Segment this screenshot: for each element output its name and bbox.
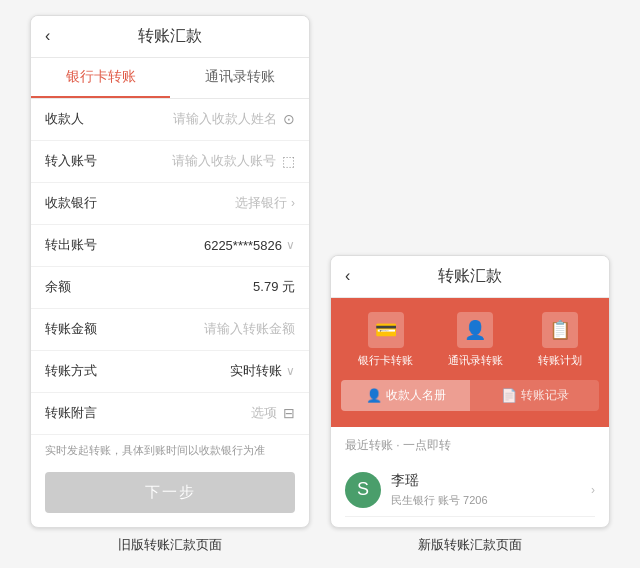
tab-bank-transfer[interactable]: 银行卡转账	[31, 58, 170, 98]
label-payee: 收款人	[45, 110, 113, 128]
form-row-remark[interactable]: 转账附言 选项 ⊟	[31, 393, 309, 435]
new-icon-plan[interactable]: 📋 转账计划	[538, 312, 582, 368]
new-tab-transfer-record[interactable]: 📄 转账记录	[470, 380, 599, 411]
edit-icon: ⊟	[283, 405, 295, 421]
new-tab-record-label: 转账记录	[521, 387, 569, 404]
new-header: ‹ 转账汇款	[331, 256, 609, 298]
new-icon-bank[interactable]: 💳 银行卡转账	[358, 312, 413, 368]
new-icon-plan-label: 转账计划	[538, 353, 582, 368]
value-remark: 选项	[113, 404, 277, 422]
form-row-amount[interactable]: 转账金额 请输入转账金额	[31, 309, 309, 351]
value-from-account: 6225****5826	[113, 238, 282, 253]
value-bank: 选择银行	[113, 194, 287, 212]
next-btn-wrap: 下一步	[31, 462, 309, 527]
new-version-container: ‹ 转账汇款 💳 银行卡转账 👤 通讯录转账 📋 转账计划	[330, 255, 610, 554]
new-version-label: 新版转账汇款页面	[418, 536, 522, 554]
scan-icon: ⬚	[282, 153, 295, 169]
label-account: 转入账号	[45, 152, 113, 170]
new-tab-payee-list[interactable]: 👤 收款人名册	[341, 380, 470, 411]
label-remark: 转账附言	[45, 404, 113, 422]
recent-name-liyao: 李瑶	[391, 472, 591, 490]
form-row-from-account[interactable]: 转出账号 6225****5826 ∨	[31, 225, 309, 267]
value-method: 实时转账	[113, 362, 282, 380]
new-icon-contacts[interactable]: 👤 通讯录转账	[448, 312, 503, 368]
value-payee: 请输入收款人姓名	[113, 110, 277, 128]
value-account: 请输入收款人账号	[113, 152, 276, 170]
arrow-method-icon: ∨	[286, 364, 295, 378]
old-header: ‹ 转账汇款	[31, 16, 309, 58]
tab-contacts-transfer[interactable]: 通讯录转账	[170, 58, 309, 98]
label-from-account: 转出账号	[45, 236, 113, 254]
new-title: 转账汇款	[438, 266, 502, 287]
contacts-icon: 👤	[457, 312, 493, 348]
old-back-arrow[interactable]: ‹	[45, 27, 50, 45]
recent-bank-liyao: 民生银行 账号 7206	[391, 493, 591, 508]
value-balance: 5.79 元	[113, 278, 295, 296]
new-icon-bank-label: 银行卡转账	[358, 353, 413, 368]
value-amount: 请输入转账金额	[113, 320, 295, 338]
new-icon-contacts-label: 通讯录转账	[448, 353, 503, 368]
new-top-panel: 💳 银行卡转账 👤 通讯录转账 📋 转账计划 👤 收款	[331, 298, 609, 427]
label-method: 转账方式	[45, 362, 113, 380]
old-phone: ‹ 转账汇款 银行卡转账 通讯录转账 收款人 请输入收款人姓名 ⊙ 转入账号 请…	[30, 15, 310, 528]
transfer-record-icon: 📄	[501, 388, 517, 403]
label-amount: 转账金额	[45, 320, 113, 338]
bank-card-icon: 💳	[368, 312, 404, 348]
avatar-liyao: S	[345, 472, 381, 508]
label-bank: 收款银行	[45, 194, 113, 212]
person-icon: ⊙	[283, 111, 295, 127]
arrow-bank-icon: ›	[291, 196, 295, 210]
recent-arrow-icon: ›	[591, 483, 595, 497]
old-tabs-row: 银行卡转账 通讯录转账	[31, 58, 309, 99]
new-top-icons: 💳 银行卡转账 👤 通讯录转账 📋 转账计划	[341, 312, 599, 368]
comparison-wrapper: ‹ 转账汇款 银行卡转账 通讯录转账 收款人 请输入收款人姓名 ⊙ 转入账号 请…	[10, 0, 630, 568]
new-back-arrow[interactable]: ‹	[345, 267, 350, 285]
payee-list-icon: 👤	[366, 388, 382, 403]
form-row-account[interactable]: 转入账号 请输入收款人账号 ⬚	[31, 141, 309, 183]
new-tab-row: 👤 收款人名册 📄 转账记录	[341, 380, 599, 411]
old-title: 转账汇款	[138, 26, 202, 47]
plan-icon: 📋	[542, 312, 578, 348]
next-button[interactable]: 下一步	[45, 472, 295, 513]
form-row-balance: 余额 5.79 元	[31, 267, 309, 309]
info-text: 实时发起转账，具体到账时间以收款银行为准	[31, 435, 309, 462]
new-tab-payee-label: 收款人名册	[386, 387, 446, 404]
form-row-payee[interactable]: 收款人 请输入收款人姓名 ⊙	[31, 99, 309, 141]
form-row-method[interactable]: 转账方式 实时转账 ∨	[31, 351, 309, 393]
recent-item-liyao[interactable]: S 李瑶 民生银行 账号 7206 ›	[345, 464, 595, 517]
label-balance: 余额	[45, 278, 113, 296]
arrow-from-account-icon: ∨	[286, 238, 295, 252]
form-row-bank[interactable]: 收款银行 选择银行 ›	[31, 183, 309, 225]
old-version-container: ‹ 转账汇款 银行卡转账 通讯录转账 收款人 请输入收款人姓名 ⊙ 转入账号 请…	[30, 15, 310, 554]
recent-info-liyao: 李瑶 民生银行 账号 7206	[391, 472, 591, 508]
recent-title: 最近转账 · 一点即转	[345, 437, 595, 454]
new-phone: ‹ 转账汇款 💳 银行卡转账 👤 通讯录转账 📋 转账计划	[330, 255, 610, 528]
old-version-label: 旧版转账汇款页面	[118, 536, 222, 554]
recent-section: 最近转账 · 一点即转 S 李瑶 民生银行 账号 7206 ›	[331, 427, 609, 527]
